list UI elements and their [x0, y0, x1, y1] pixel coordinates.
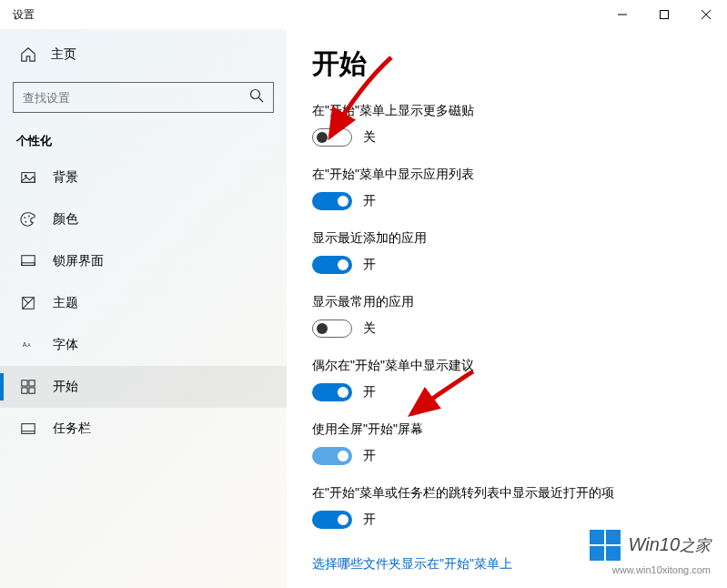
- page-title: 开始: [312, 46, 702, 83]
- nav-label: 主题: [53, 295, 78, 311]
- svg-rect-18: [22, 388, 27, 393]
- svg-rect-20: [22, 424, 35, 434]
- toggle-switch[interactable]: [312, 319, 352, 338]
- folder-link[interactable]: 选择哪些文件夹显示在"开始"菜单上: [312, 556, 512, 573]
- toggle-switch[interactable]: [312, 192, 352, 210]
- sidebar-item-lockscreen[interactable]: 锁屏界面: [0, 240, 287, 282]
- search-box[interactable]: [13, 82, 274, 113]
- setting-group: 显示最常用的应用关: [312, 294, 702, 338]
- sidebar-item-taskbar[interactable]: 任务栏: [0, 408, 287, 450]
- toggle-state-label: 关: [363, 129, 376, 146]
- start-icon: [20, 379, 36, 395]
- toggle-switch[interactable]: [312, 511, 352, 529]
- svg-rect-16: [22, 380, 27, 386]
- search-icon: [249, 88, 264, 106]
- picture-icon: [20, 169, 36, 186]
- watermark-text: Win10之家: [628, 534, 711, 556]
- setting-group: 在"开始"菜单中显示应用列表开: [312, 167, 702, 210]
- setting-group: 显示最近添加的应用开: [312, 230, 702, 274]
- sidebar-home[interactable]: 主页: [0, 36, 287, 73]
- toggle-state-label: 关: [363, 320, 376, 337]
- svg-point-7: [25, 175, 27, 177]
- svg-text:A: A: [23, 341, 27, 348]
- home-label: 主页: [51, 46, 76, 63]
- toggle-state-label: 开: [363, 384, 376, 400]
- svg-point-8: [25, 217, 26, 218]
- setting-label: 显示最近添加的应用: [312, 230, 702, 247]
- setting-group: 使用全屏"开始"屏幕开: [312, 421, 702, 465]
- setting-label: 在"开始"菜单中显示应用列表: [312, 167, 702, 183]
- svg-point-10: [28, 216, 30, 218]
- toggle-switch[interactable]: [312, 128, 352, 147]
- windows-logo-icon: [590, 530, 621, 561]
- window-controls: [601, 0, 727, 29]
- close-button[interactable]: [685, 0, 727, 29]
- nav-label: 背景: [53, 169, 78, 186]
- toggle-switch[interactable]: [312, 256, 352, 274]
- setting-label: 在"开始"菜单上显示更多磁贴: [312, 103, 702, 119]
- nav-label: 颜色: [53, 211, 78, 228]
- search-input[interactable]: [23, 91, 249, 105]
- svg-rect-17: [29, 380, 35, 386]
- toggle-state-label: 开: [363, 512, 376, 528]
- taskbar-icon: [20, 421, 36, 437]
- sidebar-item-colors[interactable]: 颜色: [0, 198, 287, 240]
- nav-label: 锁屏界面: [53, 253, 104, 269]
- setting-label: 偶尔在"开始"菜单中显示建议: [312, 358, 702, 374]
- sidebar-item-themes[interactable]: 主题: [0, 282, 287, 324]
- nav-label: 开始: [53, 379, 78, 395]
- minimize-button[interactable]: [601, 0, 643, 29]
- home-icon: [20, 46, 36, 63]
- setting-label: 使用全屏"开始"屏幕: [312, 421, 702, 438]
- toggle-state-label: 开: [363, 193, 376, 209]
- window-title: 设置: [13, 7, 35, 23]
- svg-rect-19: [29, 388, 35, 393]
- content-area: 开始 在"开始"菜单上显示更多磁贴关在"开始"菜单中显示应用列表开显示最近添加的…: [287, 29, 727, 588]
- palette-icon: [20, 211, 36, 228]
- sidebar: 主页 个性化 背景 颜色 锁屏界面: [0, 29, 287, 588]
- watermark-url: www.win10xitong.com: [612, 564, 711, 575]
- svg-rect-11: [22, 256, 35, 266]
- svg-line-5: [259, 98, 264, 103]
- lockscreen-icon: [20, 253, 36, 269]
- sidebar-item-background[interactable]: 背景: [0, 157, 287, 198]
- theme-icon: [20, 295, 36, 311]
- nav-label: 字体: [53, 337, 78, 353]
- maximize-button[interactable]: [643, 0, 685, 29]
- setting-label: 在"开始"菜单或任务栏的跳转列表中显示最近打开的项: [312, 485, 702, 502]
- sidebar-item-fonts[interactable]: AA 字体: [0, 324, 287, 366]
- toggle-switch[interactable]: [312, 447, 352, 465]
- svg-rect-1: [661, 11, 669, 19]
- svg-text:A: A: [27, 343, 31, 348]
- setting-group: 在"开始"菜单上显示更多磁贴关: [312, 103, 702, 147]
- titlebar: 设置: [0, 0, 727, 29]
- toggle-state-label: 开: [363, 257, 376, 273]
- svg-rect-12: [22, 263, 35, 266]
- setting-label: 显示最常用的应用: [312, 294, 702, 310]
- svg-point-4: [251, 90, 260, 99]
- setting-group: 偶尔在"开始"菜单中显示建议开: [312, 358, 702, 401]
- setting-group: 在"开始"菜单或任务栏的跳转列表中显示最近打开的项开: [312, 485, 702, 529]
- svg-point-9: [25, 221, 26, 223]
- watermark: Win10之家: [590, 530, 711, 561]
- toggle-state-label: 开: [363, 448, 376, 464]
- font-icon: AA: [20, 337, 36, 353]
- toggle-switch[interactable]: [312, 383, 352, 401]
- nav-label: 任务栏: [53, 421, 91, 437]
- sidebar-item-start[interactable]: 开始: [0, 366, 287, 408]
- sidebar-section: 个性化: [0, 122, 287, 157]
